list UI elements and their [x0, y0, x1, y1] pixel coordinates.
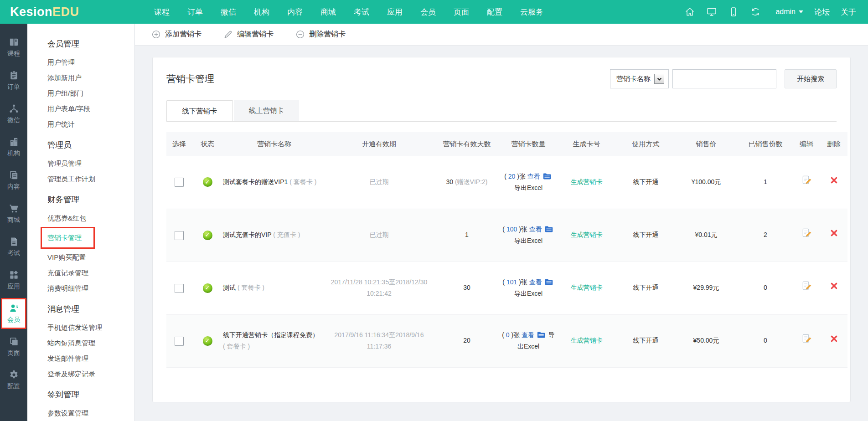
sidebar-menu: 会员管理用户管理添加新用户用户组/部门用户表单/字段用户统计管理员管理员管理管理…	[27, 24, 134, 421]
sidebar-item[interactable]: 添加新用户	[47, 70, 134, 86]
sold-count: 0	[764, 337, 767, 344]
delete-icon[interactable]	[830, 335, 838, 343]
export-excel-link[interactable]: 导出Excel	[514, 237, 542, 244]
delete-icon[interactable]	[830, 229, 838, 237]
edit-icon[interactable]	[801, 228, 812, 238]
view-link[interactable]: 查看	[522, 331, 534, 339]
clipboard-icon	[9, 70, 19, 81]
sidebar-item[interactable]: 营销卡管理	[47, 226, 134, 250]
sidebar-item[interactable]: 登录及绑定记录	[47, 366, 134, 382]
refresh-icon[interactable]	[750, 6, 761, 17]
generate-card-link[interactable]: 生成营销卡	[571, 231, 603, 238]
pencil-card-button[interactable]: 编辑营销卡	[223, 30, 274, 39]
delete-icon[interactable]	[830, 176, 838, 184]
search-category-select[interactable]: 营销卡名称	[610, 69, 669, 88]
edit-icon[interactable]	[801, 281, 812, 291]
sidebar-item[interactable]: 站内短消息管理	[47, 335, 134, 351]
quantity-count: 100	[506, 226, 517, 233]
search-button[interactable]: 开始搜索	[785, 69, 837, 88]
topnav-item-2[interactable]: 订单	[187, 7, 203, 17]
rail-item-docs[interactable]: 内容	[0, 165, 27, 196]
valid-days: 20	[463, 337, 470, 344]
generate-card-link[interactable]: 生成营销卡	[571, 337, 603, 344]
tab-1[interactable]: 线下营销卡	[166, 100, 233, 121]
sidebar-item[interactable]: 用户表单/字段	[47, 101, 134, 117]
sidebar-item[interactable]: 管理员工作计划	[47, 171, 134, 187]
rail-item-clipboard[interactable]: 订单	[0, 65, 27, 96]
sidebar-item-label: 管理员工作计划	[47, 171, 95, 187]
pencil-icon	[223, 30, 233, 39]
mobile-icon[interactable]	[728, 6, 739, 17]
plus-card-button[interactable]: 添加营销卡	[151, 30, 202, 39]
row-checkbox[interactable]	[175, 231, 184, 240]
brand-secondary: EDU	[52, 5, 79, 19]
rail-item-pages[interactable]: 页面	[0, 331, 27, 362]
rail-item-grid[interactable]: 应用	[0, 265, 27, 296]
export-excel-link[interactable]: 导出Excel	[514, 290, 542, 297]
generate-card-link[interactable]: 生成营销卡	[571, 284, 603, 291]
sold-count: 0	[764, 284, 767, 291]
admin-dropdown[interactable]: admin	[775, 8, 803, 16]
rail-item-share[interactable]: 微信	[0, 98, 27, 129]
topnav-item-3[interactable]: 微信	[221, 7, 236, 17]
view-link[interactable]: 查看	[527, 173, 540, 180]
topnav-item-11[interactable]: 配置	[487, 7, 502, 17]
sidebar-section-title: 消息管理	[47, 303, 134, 314]
edit-icon[interactable]	[801, 334, 812, 344]
sidebar-item-label: 发送邮件管理	[47, 351, 88, 366]
topnav-item-12[interactable]: 云服务	[520, 7, 543, 17]
home-icon[interactable]	[684, 6, 695, 17]
card-name: 测试套餐卡的赠送VIP1	[223, 178, 288, 185]
topnav-item-4[interactable]: 机构	[254, 7, 269, 17]
forum-link[interactable]: 论坛	[814, 7, 830, 17]
topnav-item-1[interactable]: 课程	[154, 7, 170, 17]
delete-icon[interactable]	[830, 282, 838, 290]
view-link[interactable]: 查看	[529, 278, 542, 286]
topnav-item-10[interactable]: 页面	[454, 7, 469, 17]
rail-item-book[interactable]: 课程	[0, 32, 27, 63]
sale-price: ¥0.01元	[695, 231, 717, 238]
rail-item-cart[interactable]: 商城	[0, 198, 27, 229]
sidebar-item[interactable]: VIP购买配置	[47, 250, 134, 265]
sidebar-item[interactable]: 消费明细管理	[47, 281, 134, 296]
export-excel-link[interactable]: 导出Excel	[514, 184, 542, 191]
row-checkbox[interactable]	[175, 284, 184, 293]
admin-username: admin	[775, 8, 796, 16]
sidebar-item[interactable]: 发送邮件管理	[47, 351, 134, 366]
row-checkbox[interactable]	[175, 178, 184, 187]
brand-logo[interactable]: KesionEDU	[10, 0, 79, 24]
sidebar-item[interactable]: 参数设置管理	[47, 406, 134, 421]
sidebar-item[interactable]: 优惠券&红包	[47, 210, 134, 226]
topnav-item-7[interactable]: 考试	[354, 7, 369, 17]
select-arrow-icon	[654, 74, 664, 84]
quantity-unit: )张	[517, 278, 527, 286]
edit-icon[interactable]	[801, 175, 812, 185]
rail-item-gear[interactable]: 配置	[0, 365, 27, 395]
tab-2[interactable]: 线上营销卡	[234, 100, 300, 121]
toolbar-button-label: 删除营销卡	[309, 30, 346, 39]
sidebar-item[interactable]: 充值记录管理	[47, 265, 134, 281]
generate-card-link[interactable]: 生成营销卡	[571, 178, 603, 185]
status-enabled-icon: ✓	[203, 283, 212, 293]
sidebar-item[interactable]: 用户组/部门	[47, 86, 134, 101]
sidebar-item[interactable]: 管理员管理	[47, 156, 134, 171]
sidebar-item[interactable]: 用户管理	[47, 55, 134, 70]
sidebar-item[interactable]: 用户统计	[47, 117, 134, 132]
monitor-icon[interactable]	[706, 6, 717, 17]
sidebar-item-label: 营销卡管理	[41, 227, 95, 249]
about-link[interactable]: 关于	[841, 7, 856, 17]
sidebar-item[interactable]: 手机短信发送管理	[47, 320, 134, 335]
rail-item-file[interactable]: 考试	[0, 231, 27, 262]
search-input[interactable]	[672, 69, 776, 88]
valid-days: 30	[446, 178, 453, 185]
row-checkbox[interactable]	[175, 337, 184, 346]
topnav-item-5[interactable]: 内容	[287, 7, 303, 17]
view-link[interactable]: 查看	[529, 226, 542, 233]
minus-card-button[interactable]: 删除营销卡	[295, 30, 346, 39]
rail-item-building[interactable]: 机构	[0, 132, 27, 163]
topnav-item-8[interactable]: 应用	[387, 7, 403, 17]
validity-period: 2017/9/16 11:16:34至2018/9/16 11:17:36	[335, 331, 424, 350]
rail-item-user[interactable]: 会员	[1, 298, 26, 329]
topnav-item-9[interactable]: 会员	[420, 7, 436, 17]
topnav-item-6[interactable]: 商城	[320, 7, 336, 17]
